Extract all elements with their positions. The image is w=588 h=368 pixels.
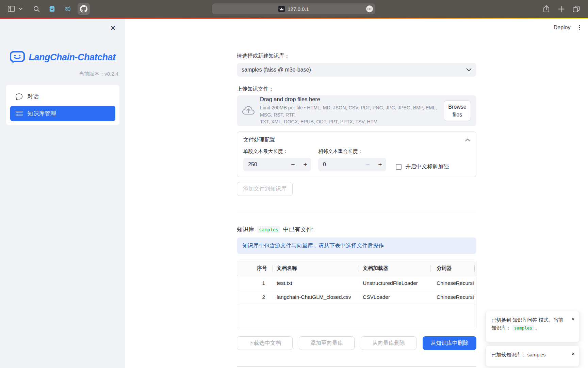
col-header-index[interactable]: 序号	[237, 261, 273, 276]
logo-text: LangChain-Chatchat	[29, 52, 115, 63]
kb-heading-suffix: 中已有文件:	[283, 226, 314, 233]
toast-close-icon[interactable]: ✕	[571, 315, 575, 323]
sidebar-close-icon[interactable]: ✕	[108, 23, 118, 33]
main-menu-icon[interactable]	[579, 25, 580, 31]
url-text: 127.0.0.1	[288, 6, 309, 12]
col-header-name[interactable]: 文档名称	[273, 261, 359, 276]
zh-title-enhance-checkbox[interactable]: 开启中文标题加强	[396, 162, 449, 171]
table-row[interactable]: 1 test.txt UnstructuredFileLoader Chines…	[237, 276, 476, 290]
sidebar-item-label: 知识库管理	[27, 110, 56, 118]
sidebar-item-label: 对话	[27, 93, 39, 101]
chevron-down-icon	[466, 68, 472, 72]
logo-chat-icon	[10, 50, 25, 64]
kb-select-label: 请选择或新建知识库：	[237, 52, 476, 60]
file-dropzone[interactable]: Drag and drop files here Limit 200MB per…	[237, 95, 476, 126]
add-files-button[interactable]: 添加文件到知识库	[237, 182, 293, 196]
divider	[237, 366, 476, 367]
col-header-extra	[474, 261, 476, 276]
col-header-splitter[interactable]: 分词器	[430, 261, 474, 276]
table-actions: 下载选中文档 添加至向量库 从向量库删除 从知识库中删除	[237, 336, 476, 350]
toast-kb-loaded: 已加载知识库： samples ✕	[486, 346, 579, 367]
chevron-up-icon	[465, 138, 470, 141]
version-text: 当前版本：v0.2.4	[0, 71, 125, 77]
kb-selected-value: samples (faiss @ m3e-base)	[242, 67, 466, 73]
sidebar-item-knowledge-base[interactable]: 知识库管理	[10, 106, 115, 121]
cell-name[interactable]: langchain-ChatGLM_closed.csv	[273, 290, 359, 304]
cell-name[interactable]: test.txt	[273, 276, 359, 290]
minus-button[interactable]: −	[287, 161, 299, 168]
url-bar[interactable]: 127.0.0.1 •••	[212, 3, 375, 14]
dropzone-limit-line2: TXT, XML, DOCX, EPUB, ODT, PPT, PPTX, TS…	[260, 118, 438, 125]
cell-splitter[interactable]: ChineseRecursiveTe	[430, 276, 474, 290]
chevron-down-icon[interactable]	[18, 7, 22, 11]
dropzone-limit-line1: Limit 200MB per file • HTML, MD, JSON, C…	[260, 104, 438, 118]
browse-files-button[interactable]: Browse files	[444, 101, 471, 121]
plus-button[interactable]: +	[299, 161, 311, 168]
deploy-button[interactable]: Deploy	[554, 25, 571, 31]
app-logo: LangChain-Chatchat	[0, 50, 125, 64]
sidebar: ✕ LangChain-Chatchat 当前版本：v0.2.4 对话 知识库管…	[0, 19, 125, 368]
table-row[interactable]: 2 langchain-ChatGLM_closed.csv CSVLoader…	[237, 290, 476, 304]
overlap-label: 相邻文本重合长度：	[318, 148, 386, 155]
table-header-row: 序号 文档名称 文档加载器 分词器	[237, 261, 476, 276]
cell-index[interactable]: 2	[237, 290, 273, 304]
chunk-size-field: 单段文本最大长度： 250 − +	[243, 148, 311, 171]
cell-loader[interactable]: UnstructuredFileLoader	[359, 276, 430, 290]
kb-heading-prefix: 知识库	[237, 226, 254, 233]
browser-chrome: 127.0.0.1 •••	[0, 0, 588, 18]
cell-extra	[474, 290, 476, 304]
chunk-size-label: 单段文本最大长度：	[243, 148, 311, 155]
sidebar-menu: 对话 知识库管理	[6, 85, 119, 125]
overlap-field: 相邻文本重合长度： 0 − +	[318, 148, 386, 171]
cell-loader[interactable]: CSVLoader	[359, 290, 430, 304]
streamlit-favicon	[278, 6, 285, 12]
chunk-size-input[interactable]: 250 − +	[243, 158, 311, 171]
pinned-tab-radar-icon[interactable]	[63, 5, 71, 13]
share-icon[interactable]	[542, 5, 550, 13]
delete-from-vectorstore-button[interactable]: 从向量库删除	[361, 336, 416, 350]
files-table[interactable]: 序号 文档名称 文档加载器 分词器 1 test.txt Unstructure…	[237, 261, 476, 328]
new-tab-icon[interactable]	[557, 5, 565, 13]
cell-index[interactable]: 1	[237, 276, 273, 290]
expander-header[interactable]: 文件处理配置	[237, 132, 476, 148]
delete-from-kb-button[interactable]: 从知识库中删除	[423, 336, 476, 350]
kb-files-heading: 知识库 samples 中已有文件:	[237, 226, 476, 233]
add-to-vectorstore-button[interactable]: 添加至向量库	[299, 336, 355, 350]
cell-splitter[interactable]: ChineseRecursiveTe	[430, 290, 474, 304]
github-tab-button[interactable]	[78, 3, 90, 15]
minus-button[interactable]: −	[362, 161, 374, 168]
dropzone-title: Drag and drop files here	[260, 96, 438, 103]
checkbox-box[interactable]	[396, 164, 402, 170]
search-icon[interactable]	[33, 5, 40, 13]
cell-extra	[474, 276, 476, 290]
checkbox-label: 开启中文标题加强	[405, 163, 449, 170]
kb-selectbox[interactable]: samples (faiss @ m3e-base)	[237, 63, 476, 77]
toast-close-icon[interactable]: ✕	[571, 350, 575, 358]
divider	[237, 211, 476, 211]
expander-title: 文件处理配置	[243, 136, 275, 143]
page-settings-icon[interactable]: •••	[366, 5, 373, 12]
sidebar-toggle-icon[interactable]	[7, 5, 15, 13]
kb-name-code: samples	[257, 226, 280, 233]
tab-overview-icon[interactable]	[572, 5, 580, 13]
col-header-loader[interactable]: 文档加载器	[359, 261, 430, 276]
cloud-upload-icon	[242, 105, 255, 117]
toast-text: 已加载知识库： samples	[491, 351, 553, 359]
info-alert: 知识库中包含源文件与向量库，请从下表中选择文件后操作	[237, 237, 476, 254]
sidebar-item-dialogue[interactable]: 对话	[10, 89, 115, 104]
overlap-input[interactable]: 0 − +	[318, 158, 386, 171]
toast-mode-switched: 已切换到 知识库问答 模式。当前知识库： samples 。 ✕	[486, 311, 579, 342]
chat-bubble-icon	[16, 93, 22, 100]
kb-stack-icon	[16, 110, 22, 117]
pinned-tab-reader-icon[interactable]	[48, 5, 56, 13]
toast-kb-code: samples	[512, 325, 534, 331]
app-header: Deploy	[125, 19, 588, 36]
overlap-value[interactable]: 0	[318, 162, 362, 168]
dropzone-instructions: Drag and drop files here Limit 200MB per…	[260, 96, 438, 125]
chunk-size-value[interactable]: 250	[243, 162, 287, 168]
file-config-expander: 文件处理配置 单段文本最大长度： 250 − +	[237, 132, 476, 177]
toast-text: 已切换到 知识库问答 模式。当前知识库： samples 。	[491, 316, 574, 332]
download-selected-button[interactable]: 下载选中文档	[237, 336, 293, 350]
upload-label: 上传知识文件：	[237, 86, 476, 93]
plus-button[interactable]: +	[374, 161, 386, 168]
